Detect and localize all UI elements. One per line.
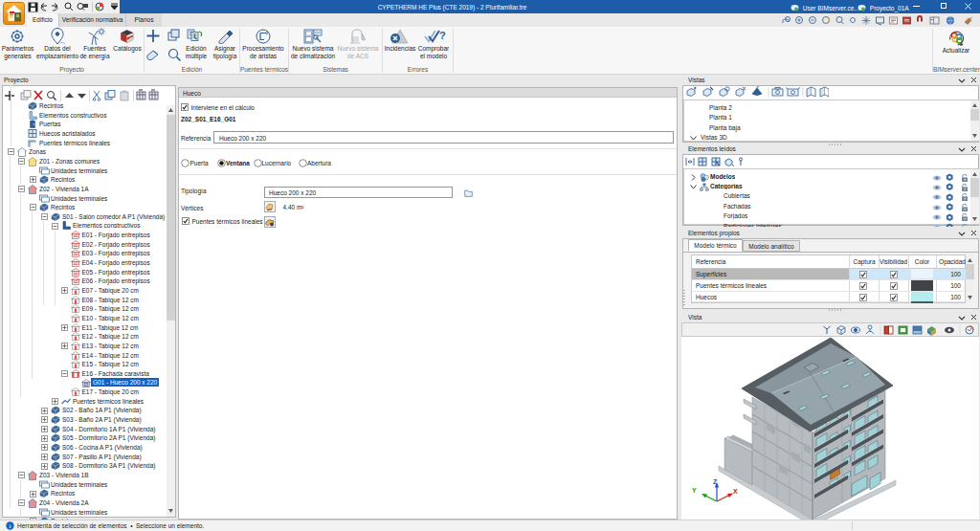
svg-text:X: X (733, 488, 738, 495)
svg-text:Z: Z (713, 478, 718, 485)
svg-text:?: ? (439, 30, 446, 41)
svg-text:i: i (10, 522, 11, 530)
svg-text:Y: Y (692, 487, 697, 494)
